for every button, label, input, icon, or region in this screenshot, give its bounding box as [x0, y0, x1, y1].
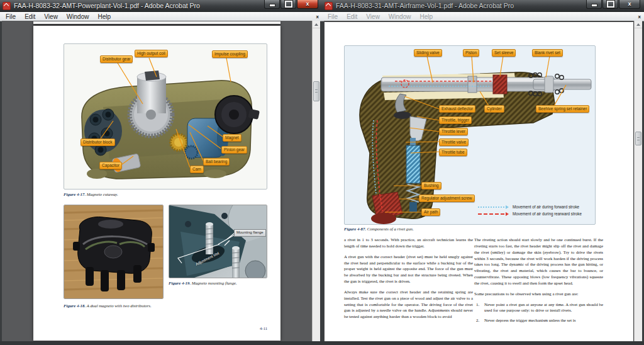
body-text-column-1: a rivet in 1 to 3 seconds. With practice…	[344, 237, 473, 324]
figure-label-magnet: Magnet	[223, 134, 242, 142]
figure-4-19-mounting-flange: Mounting flange Adjustment slot	[169, 205, 267, 278]
previous-page-edge	[33, 21, 280, 24]
figure-label-high-output-coil: High output coil	[135, 50, 168, 57]
maximize-button[interactable]	[280, 0, 296, 9]
figure-label-regulator-adjustment-screw: Regulator adjustment screw	[419, 195, 475, 202]
figure-label-exhaust-deflector: Exhaust deflector	[439, 105, 475, 113]
figure-label-pinion-gear: Pinion gear	[221, 146, 247, 154]
legend-rearward-text: Movement of air during rearward stroke	[513, 212, 582, 216]
list-item: 1. Never point a rivet gun at anyone at …	[474, 302, 603, 314]
document-canvas: Distributor gear High output coil Impuls…	[2, 21, 320, 341]
legend-blue-dotted-line	[478, 206, 504, 208]
acrobat-icon	[3, 2, 11, 10]
minimize-icon	[591, 4, 597, 7]
mounting-flange-illustration	[169, 205, 267, 278]
scroll-up-icon[interactable]	[313, 21, 320, 28]
maximize-icon	[607, 1, 614, 8]
menu-item-help[interactable]: Help	[93, 13, 115, 20]
figure-label-piston: Piston	[463, 49, 479, 57]
list-number: 2.	[474, 317, 484, 324]
window-airframe-pdf: FAA-H-8083-31-AMT-Airframe-Vol-1.pdf - A…	[322, 0, 644, 345]
figure-label-capacitor: Capacitor	[99, 162, 122, 169]
legend-red-arrow-icon	[506, 212, 511, 216]
figure-label-ball-bearing: Ball bearing	[203, 158, 230, 166]
legend-rearward-stroke: Movement of air during rearward stroke	[478, 212, 582, 216]
caption-text: A dual magneto with two distributors.	[87, 303, 152, 308]
legend-red-dashed-line	[478, 213, 504, 215]
figure-label-throttle-tube: Throttle tube	[439, 149, 467, 156]
figure-label-cam: Cam	[190, 166, 204, 173]
acrobat-icon	[325, 2, 333, 10]
body-text-column-2: The riveting action should start slowly …	[474, 237, 603, 327]
window-bottom-border	[0, 341, 322, 345]
figure-label-distributor-block: Distributor block	[80, 139, 115, 146]
caption-text: Magneto mounting flange.	[192, 281, 237, 285]
figure-label-distributor-gear: Distributor gear	[100, 55, 133, 63]
figure-label-blank-rivet-set: Blank rivet set	[532, 49, 563, 57]
menu-item-file[interactable]: File	[323, 13, 342, 20]
menu-bar: File Edit View Window Help x	[0, 12, 322, 21]
paragraph: a rivet in 1 to 3 seconds. With practice…	[344, 237, 473, 249]
figure-4-19-caption: Figure 4-19. Magneto mounting flange.	[169, 281, 237, 285]
figure-label-beehive-spring-set-retainer: Beehive spring set retainer	[536, 105, 589, 113]
titlebar[interactable]: FAA-H-8083-31-AMT-Airframe-Vol-1.pdf - A…	[322, 0, 644, 12]
figure-4-87-caption: Figure 4-87. Components of a rivet gun.	[344, 227, 414, 231]
menu-item-window[interactable]: Window	[62, 13, 94, 20]
scrollbar[interactable]	[312, 21, 320, 341]
figure-label-impulse-coupling: Impulse coupling	[212, 50, 248, 58]
document-close-icon[interactable]: x	[316, 14, 319, 20]
list-number: 1.	[474, 302, 484, 314]
menu-bar: File Edit View Window Help x	[322, 12, 644, 21]
figure-label-sliding-valve: Sliding valve	[414, 49, 442, 57]
figure-label-bushing: Bushing	[421, 182, 441, 189]
scroll-thumb[interactable]	[313, 81, 319, 101]
caption-label: Figure 4-18.	[64, 303, 86, 308]
menu-item-view[interactable]: View	[40, 13, 62, 20]
titlebar[interactable]: FAA-H-8083-32-AMT-Powerplant-Vol-1.pdf -…	[0, 0, 322, 12]
minimize-button[interactable]	[264, 0, 280, 9]
window-title: FAA-H-8083-32-AMT-Powerplant-Vol-1.pdf -…	[14, 2, 200, 9]
figure-4-18-caption: Figure 4-18. A dual magneto with two dis…	[64, 303, 152, 308]
window-powerplant-pdf: FAA-H-8083-32-AMT-Powerplant-Vol-1.pdf -…	[0, 0, 322, 345]
menu-item-file[interactable]: File	[1, 13, 20, 20]
menu-item-window[interactable]: Window	[384, 13, 416, 20]
menu-item-view[interactable]: View	[362, 13, 384, 20]
caption-label: Figure 4-17.	[64, 192, 86, 196]
maximize-icon	[285, 1, 292, 8]
paragraph: A rivet gun with the correct header (riv…	[344, 254, 473, 285]
close-icon: x	[306, 1, 309, 7]
caption-label: Figure 4-19.	[169, 281, 191, 285]
legend-blue-arrow-icon	[506, 205, 511, 209]
pdf-page-airframe: Sliding valve Piston Set sleeve Blank ri…	[325, 22, 633, 341]
scroll-up-icon[interactable]	[635, 21, 642, 28]
dual-magneto-photo	[64, 205, 163, 298]
page-number: 4-11	[260, 326, 267, 331]
menu-item-edit[interactable]: Edit	[20, 13, 40, 20]
figure-label-throttle-lever: Throttle lever	[439, 128, 468, 135]
paragraph: The riveting action should start slowly …	[474, 237, 603, 286]
close-button[interactable]: x	[297, 0, 318, 9]
caption-label: Figure 4-87.	[344, 227, 366, 231]
document-close-icon[interactable]: x	[638, 14, 641, 20]
window-bottom-border	[322, 341, 644, 345]
scrollbar[interactable]	[634, 21, 642, 341]
paragraph: Always make sure the correct rivet heade…	[344, 289, 473, 320]
list-text: Never depress the trigger mechanism unle…	[484, 317, 603, 324]
close-button[interactable]: x	[619, 0, 640, 9]
figure-4-17-magneto-cutaway: Distributor gear High output coil Impuls…	[64, 43, 267, 189]
legend-forward-text: Movement of air during forward stroke	[513, 205, 579, 209]
minimize-button[interactable]	[586, 0, 602, 9]
pdf-page-powerplant: Distributor gear High output coil Impuls…	[33, 26, 280, 341]
figure-4-17-caption: Figure 4-17. Magneto cutaway.	[64, 192, 118, 196]
scroll-thumb[interactable]	[635, 132, 641, 145]
paragraph: Some precautions to be observed when usi…	[474, 291, 603, 297]
magneto-cutaway-illustration	[64, 44, 267, 189]
menu-item-help[interactable]: Help	[415, 13, 437, 20]
figure-label-throttle-valve: Throttle valve	[439, 139, 469, 146]
maximize-button[interactable]	[602, 0, 618, 9]
figure-label-mounting-flange: Mounting flange	[234, 229, 266, 237]
figure-4-18-dual-magneto-photo	[64, 205, 164, 299]
window-title: FAA-H-8083-31-AMT-Airframe-Vol-1.pdf - A…	[336, 2, 514, 9]
menu-item-edit[interactable]: Edit	[342, 13, 362, 20]
legend-forward-stroke: Movement of air during forward stroke	[478, 205, 579, 209]
